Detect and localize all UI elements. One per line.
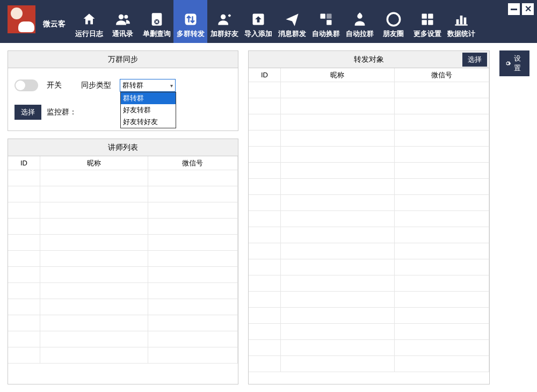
chevron-down-icon: ▾ (170, 83, 173, 89)
nav-auto-swap-group[interactable]: 自动换群 (309, 0, 343, 43)
table-row[interactable] (249, 275, 489, 292)
table-row[interactable] (8, 347, 238, 364)
table-row[interactable] (249, 340, 489, 356)
sync-type-option-1[interactable]: 好友转群 (121, 104, 176, 116)
svg-rect-19 (463, 18, 466, 25)
forward-col-id[interactable]: ID (249, 68, 281, 82)
table-row[interactable] (8, 219, 238, 235)
main-nav: 运行日志 通讯录 单删查询 多群转发 加群好友 导入添加 消息群发 自动换群 (72, 0, 478, 43)
forward-col-wx[interactable]: 微信号 (395, 68, 489, 82)
nav-single-del-query[interactable]: 单删查询 (140, 0, 173, 43)
forward-panel: 转发对象 选择 ID 昵称 微信号 (248, 50, 490, 384)
table-row[interactable] (8, 283, 238, 299)
table-row[interactable] (249, 324, 489, 340)
close-button[interactable]: ✕ (522, 3, 534, 15)
nav-data-stats[interactable]: 数据统计 (444, 0, 478, 43)
svg-rect-17 (456, 19, 459, 24)
moments-icon (386, 12, 401, 27)
window-controls: ✕ (508, 3, 534, 15)
nav-contacts[interactable]: 通讯录 (106, 0, 140, 43)
gear-icon (505, 59, 511, 68)
table-row[interactable] (249, 292, 489, 308)
nav-moments[interactable]: 朋友圈 (376, 0, 410, 43)
table-row[interactable] (249, 356, 489, 372)
nav-import-add[interactable]: 导入添加 (241, 0, 275, 43)
app-name: 微云客 (43, 19, 66, 29)
swap-icon (318, 12, 333, 27)
table-row[interactable] (8, 202, 238, 219)
title-bar: 微云客 运行日志 通讯录 单删查询 多群转发 加群好友 导入添加 消息群发 (0, 0, 537, 43)
add-friend-icon (217, 12, 232, 27)
sync-type-option-2[interactable]: 好友转好友 (121, 116, 176, 128)
table-row[interactable] (249, 227, 489, 243)
lecturer-panel: 讲师列表 ID 昵称 微信号 (8, 139, 238, 384)
table-row[interactable] (249, 211, 489, 227)
svg-point-12 (391, 18, 395, 21)
sync-toggle[interactable] (14, 79, 38, 91)
svg-rect-7 (320, 14, 325, 19)
table-row[interactable] (249, 98, 489, 114)
table-row[interactable] (8, 331, 238, 347)
monitor-group-label: 监控群： (47, 107, 77, 117)
table-row[interactable] (249, 259, 489, 275)
nav-more-settings[interactable]: 更多设置 (410, 0, 444, 43)
nav-multi-forward[interactable]: 多群转发 (173, 0, 207, 43)
table-row[interactable] (249, 195, 489, 211)
sync-type-label: 同步类型 (81, 81, 111, 90)
table-row[interactable] (249, 179, 489, 195)
nav-msg-broadcast[interactable]: 消息群发 (275, 0, 309, 43)
multi-forward-icon (183, 12, 198, 27)
table-row[interactable] (8, 315, 238, 331)
table-row[interactable] (249, 308, 489, 324)
forward-table: ID 昵称 微信号 (249, 68, 489, 384)
table-row[interactable] (249, 82, 489, 98)
table-row[interactable] (249, 114, 489, 130)
minimize-button[interactable] (508, 3, 520, 15)
sync-type-value: 群转群 (122, 81, 143, 90)
table-row[interactable] (8, 267, 238, 283)
svg-rect-20 (455, 24, 467, 25)
forward-panel-title: 转发对象 (354, 55, 384, 64)
forward-col-nick[interactable]: 昵称 (281, 68, 395, 82)
forward-table-body (249, 82, 489, 384)
pull-icon (352, 12, 367, 27)
svg-point-1 (124, 15, 128, 19)
svg-rect-13 (422, 14, 426, 19)
svg-rect-4 (185, 14, 196, 25)
lecturer-table: ID 昵称 微信号 (8, 156, 238, 384)
svg-rect-9 (326, 14, 331, 19)
settings-button[interactable]: 设置 (499, 50, 529, 76)
table-row[interactable] (249, 130, 489, 147)
lecturer-panel-title: 讲师列表 (8, 139, 238, 156)
sync-type-option-0[interactable]: 群转群 (121, 92, 176, 104)
nav-add-group-friend[interactable]: 加群好友 (207, 0, 241, 43)
table-row[interactable] (249, 243, 489, 259)
avatar (8, 5, 35, 33)
table-row[interactable] (8, 170, 238, 186)
svg-point-0 (118, 14, 123, 19)
table-row[interactable] (249, 163, 489, 179)
sync-type-select[interactable]: 群转群 ▾ (120, 79, 176, 92)
lecturer-col-nick[interactable]: 昵称 (40, 156, 148, 170)
lecturer-col-wx[interactable]: 微信号 (148, 156, 238, 170)
monitor-select-button[interactable]: 选择 (14, 105, 41, 120)
svg-rect-18 (460, 16, 462, 24)
nav-auto-pull-group[interactable]: 自动拉群 (343, 0, 376, 43)
switch-label: 开关 (47, 81, 62, 90)
home-icon (82, 12, 97, 27)
import-icon (251, 12, 266, 27)
nav-run-log[interactable]: 运行日志 (72, 0, 106, 43)
main-body: 万群同步 开关 同步类型 群转群 ▾ 群转群 好友转群 好友转好友 (0, 43, 537, 392)
table-row[interactable] (8, 299, 238, 315)
table-row[interactable] (249, 147, 489, 163)
svg-rect-16 (428, 20, 433, 25)
table-row[interactable] (8, 251, 238, 267)
lecturer-col-id[interactable]: ID (8, 156, 40, 170)
stats-icon (454, 12, 469, 27)
table-row[interactable] (8, 235, 238, 251)
sync-panel: 万群同步 开关 同步类型 群转群 ▾ 群转群 好友转群 好友转好友 (8, 50, 238, 131)
forward-select-button[interactable]: 选择 (462, 53, 487, 67)
doc-x-icon (149, 12, 164, 27)
table-row[interactable] (8, 186, 238, 202)
settings-label: 设置 (514, 54, 524, 73)
